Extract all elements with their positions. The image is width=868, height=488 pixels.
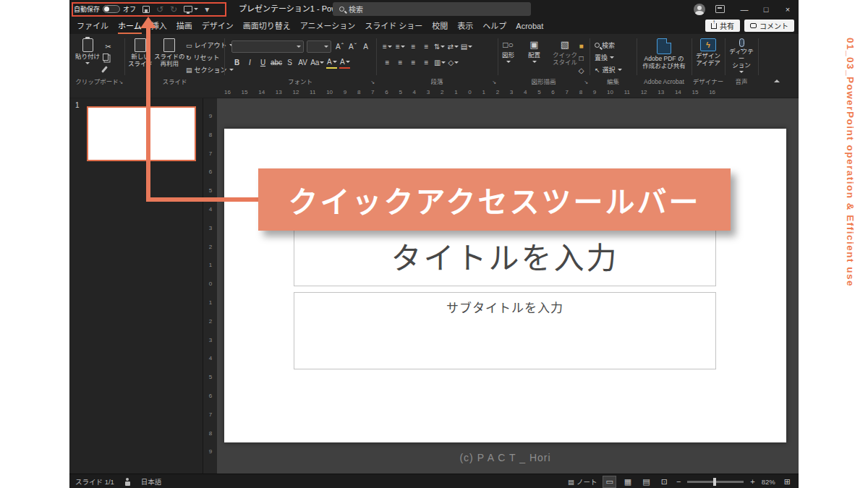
- select-icon: ↖: [595, 67, 600, 74]
- tab-slideshow[interactable]: スライド ショー: [365, 18, 422, 34]
- tab-view[interactable]: 表示: [457, 18, 473, 34]
- dialog-launcher-icon[interactable]: ↘: [370, 80, 375, 85]
- copy-button[interactable]: [103, 53, 109, 61]
- share-button[interactable]: 共有: [705, 20, 740, 32]
- minimize-button[interactable]: —: [733, 0, 755, 18]
- account-avatar[interactable]: [694, 4, 705, 15]
- designer-group-label: デザイナー: [692, 77, 725, 85]
- shape-effects-button[interactable]: ◇: [576, 64, 587, 77]
- title-placeholder-text: タイトルを入力: [391, 234, 618, 278]
- dialog-launcher-icon[interactable]: ↘: [492, 80, 496, 85]
- replace-button[interactable]: 置換: [595, 53, 614, 62]
- zoom-level[interactable]: 82%: [762, 478, 775, 486]
- ribbon-display-options-icon[interactable]: [715, 5, 725, 13]
- notes-button[interactable]: ▤ ノート: [568, 476, 597, 487]
- tab-design[interactable]: デザイン: [202, 18, 234, 34]
- subtitle-placeholder[interactable]: サブタイトルを入力: [294, 292, 716, 369]
- text-direction-button[interactable]: ⇄: [447, 40, 458, 53]
- collapse-ribbon-icon[interactable]: [774, 80, 780, 82]
- dialog-launcher-icon[interactable]: ↘: [584, 80, 588, 85]
- decrease-indent-button[interactable]: ≡: [408, 40, 419, 53]
- line-spacing-button[interactable]: ⇅: [434, 40, 445, 53]
- columns-icon: ▥: [434, 59, 441, 67]
- numbering-button[interactable]: ≡: [395, 40, 406, 53]
- slide-thumbnail[interactable]: [87, 106, 196, 161]
- tab-help[interactable]: ヘルプ: [482, 18, 506, 34]
- zoom-out-button[interactable]: −: [676, 477, 681, 486]
- shape-fill-button[interactable]: ■: [576, 40, 587, 52]
- accessibility-icon[interactable]: [124, 478, 131, 486]
- arrange-button[interactable]: ▣ 配置: [528, 38, 540, 76]
- tab-acrobat[interactable]: Acrobat: [516, 18, 543, 34]
- chevron-down-icon: [346, 61, 350, 63]
- adobe-pdf-button[interactable]: Adobe PDF の 作成および共有: [642, 38, 686, 76]
- tab-animations[interactable]: アニメーション: [300, 18, 356, 34]
- reuse-slides-button[interactable]: スライドの 再利用: [154, 38, 185, 76]
- tab-review[interactable]: 校閲: [432, 18, 448, 34]
- comments-button[interactable]: コメント: [744, 20, 794, 32]
- design-ideas-icon: ϟ: [700, 38, 716, 51]
- smartart-icon: ◇: [448, 59, 454, 67]
- close-button[interactable]: ×: [777, 0, 799, 18]
- strikethrough-button[interactable]: abc: [271, 56, 282, 69]
- paste-button[interactable]: 貼り付け: [75, 38, 100, 76]
- change-case-label: Aa: [310, 59, 319, 67]
- align-center-button[interactable]: ≡: [395, 56, 406, 69]
- justify-button[interactable]: ≡: [421, 56, 432, 69]
- search-box[interactable]: 検索: [333, 2, 531, 16]
- character-spacing-button[interactable]: AV: [297, 56, 308, 69]
- format-painter-button[interactable]: [103, 66, 106, 73]
- zoom-slider[interactable]: [687, 481, 744, 483]
- increase-indent-button[interactable]: ≡: [421, 40, 432, 53]
- shape-outline-button[interactable]: □: [576, 52, 587, 64]
- columns-button[interactable]: ▥: [434, 56, 446, 69]
- quick-styles-button[interactable]: ▧ クイック スタイル: [553, 38, 577, 76]
- reading-view-button[interactable]: ▤: [640, 476, 652, 487]
- zoom-in-button[interactable]: +: [750, 477, 754, 486]
- zoom-slider-thumb[interactable]: [713, 478, 716, 486]
- title-placeholder[interactable]: タイトルを入力: [294, 224, 716, 286]
- align-right-button[interactable]: ≡: [408, 56, 419, 69]
- language-indicator[interactable]: 日本語: [141, 476, 162, 487]
- normal-view-button[interactable]: ▭: [603, 476, 615, 487]
- tab-file[interactable]: ファイル: [77, 18, 109, 34]
- underline-button[interactable]: U: [258, 56, 268, 69]
- dictation-button[interactable]: ディクテー ション: [727, 38, 756, 76]
- font-color-button[interactable]: A: [339, 56, 350, 69]
- chevron-down-icon: [454, 46, 459, 48]
- vertical-ruler-numbers: 9 8 7 6 5 4 3 2 1 0 1 2 3 4 5 6 7 8 9: [204, 107, 217, 461]
- bullets-button[interactable]: ≡: [382, 40, 393, 53]
- italic-button[interactable]: I: [244, 56, 255, 69]
- slide-sorter-view-button[interactable]: ▦: [622, 476, 634, 487]
- highlight-color-button[interactable]: A: [326, 56, 337, 69]
- convert-to-smartart-button[interactable]: ◇: [448, 56, 459, 69]
- text-shadow-button[interactable]: S: [284, 56, 295, 69]
- change-case-button[interactable]: Aa: [310, 56, 324, 69]
- clear-formatting-button[interactable]: A: [360, 40, 371, 53]
- find-button[interactable]: 検索: [595, 40, 615, 50]
- font-name-select[interactable]: [231, 40, 304, 53]
- restore-button[interactable]: □: [755, 0, 777, 18]
- slideshow-button[interactable]: ⊡: [659, 476, 670, 487]
- shrink-font-button[interactable]: Aˇ: [347, 40, 358, 53]
- chevron-down-icon: [610, 56, 614, 59]
- fit-slide-to-window-button[interactable]: ⊞: [782, 476, 793, 487]
- grow-font-button[interactable]: Aˆ: [334, 40, 345, 53]
- shape-outline-icon: □: [576, 52, 587, 64]
- tab-draw[interactable]: 描画: [176, 18, 192, 34]
- align-text-button[interactable]: ▤: [461, 40, 472, 53]
- dialog-launcher-icon[interactable]: ↘: [119, 80, 123, 85]
- tab-home[interactable]: ホーム: [118, 18, 142, 34]
- tab-transitions[interactable]: 画面切り替え: [243, 18, 291, 34]
- shapes-button[interactable]: □○ 図形: [502, 38, 514, 76]
- cut-button[interactable]: ✂: [103, 40, 114, 53]
- align-left-button[interactable]: ≡: [382, 56, 393, 69]
- font-size-select[interactable]: [307, 40, 331, 53]
- reset-button[interactable]: ↻リセット: [186, 53, 220, 62]
- select-button[interactable]: ↖選択: [595, 65, 622, 74]
- notes-label: ノート: [576, 476, 597, 487]
- design-ideas-button[interactable]: ϟ デザイン アイデア: [695, 38, 721, 76]
- bold-button[interactable]: B: [231, 56, 242, 69]
- annotation-arrow-horizontal: [148, 197, 259, 202]
- shapes-label: 図形: [502, 52, 514, 59]
